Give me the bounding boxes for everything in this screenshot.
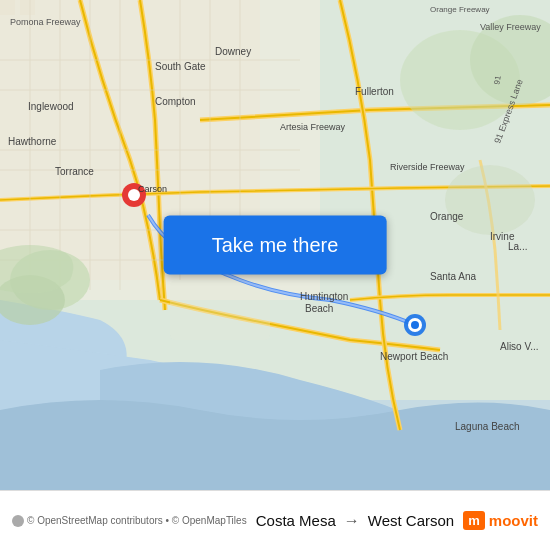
map-area: Inglewood Hawthorne South Gate Downey Co… bbox=[0, 0, 550, 490]
origin-dot bbox=[404, 314, 426, 336]
destination-label: West Carson bbox=[368, 512, 454, 529]
svg-rect-22 bbox=[20, 0, 35, 15]
svg-text:Carson: Carson bbox=[138, 184, 167, 194]
svg-text:Laguna Beach: Laguna Beach bbox=[455, 421, 520, 432]
svg-point-29 bbox=[411, 321, 419, 329]
route-arrow: → bbox=[344, 512, 360, 530]
svg-text:Aliso V...: Aliso V... bbox=[500, 341, 539, 352]
attribution-text: © OpenStreetMap contributors • © OpenMap… bbox=[27, 515, 247, 526]
svg-text:Beach: Beach bbox=[305, 303, 333, 314]
svg-text:Torrance: Torrance bbox=[55, 166, 94, 177]
svg-text:Fullerton: Fullerton bbox=[355, 86, 394, 97]
svg-text:Orange Freeway: Orange Freeway bbox=[430, 5, 490, 14]
svg-rect-24 bbox=[170, 280, 270, 340]
svg-text:Santa Ana: Santa Ana bbox=[430, 271, 477, 282]
svg-text:La...: La... bbox=[508, 241, 527, 252]
svg-text:Orange: Orange bbox=[430, 211, 464, 222]
button-overlay: Take me there bbox=[164, 216, 387, 275]
attribution: © OpenStreetMap contributors • © OpenMap… bbox=[12, 515, 247, 527]
origin-label: Costa Mesa bbox=[256, 512, 336, 529]
svg-text:Inglewood: Inglewood bbox=[28, 101, 74, 112]
svg-point-20 bbox=[445, 165, 535, 235]
svg-text:Newport Beach: Newport Beach bbox=[380, 351, 448, 362]
svg-text:Hawthorne: Hawthorne bbox=[8, 136, 57, 147]
moovit-logo-letter: m bbox=[463, 511, 485, 530]
route-info: Costa Mesa → West Carson bbox=[256, 512, 454, 530]
svg-text:Riverside Freeway: Riverside Freeway bbox=[390, 162, 465, 172]
attribution-icon bbox=[12, 515, 24, 527]
svg-text:South Gate: South Gate bbox=[155, 61, 206, 72]
bottom-bar: © OpenStreetMap contributors • © OpenMap… bbox=[0, 490, 550, 550]
svg-text:Huntington: Huntington bbox=[300, 291, 348, 302]
svg-text:Artesia Freeway: Artesia Freeway bbox=[280, 122, 346, 132]
svg-rect-21 bbox=[0, 0, 15, 15]
svg-text:Downey: Downey bbox=[215, 46, 251, 57]
svg-text:Pomona Freeway: Pomona Freeway bbox=[10, 17, 81, 27]
svg-text:Compton: Compton bbox=[155, 96, 196, 107]
moovit-logo: m moovit bbox=[463, 511, 538, 530]
svg-text:Valley Freeway: Valley Freeway bbox=[480, 22, 541, 32]
take-me-there-button[interactable]: Take me there bbox=[164, 216, 387, 275]
moovit-logo-text: moovit bbox=[489, 512, 538, 529]
